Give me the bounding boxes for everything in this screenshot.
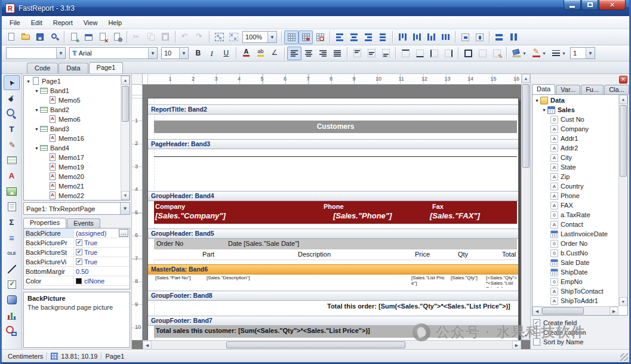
- scroll-down-icon[interactable]: ▼: [619, 297, 627, 306]
- align-left-button[interactable]: [287, 47, 301, 60]
- horizontal-ruler[interactable]: 12345678910111213141516: [143, 74, 521, 85]
- new-report-page-button[interactable]: [67, 30, 81, 44]
- underline-button[interactable]: [219, 47, 233, 60]
- report-title-memo[interactable]: Customers: [154, 121, 517, 133]
- chevron-down-icon[interactable]: ▼: [148, 48, 157, 58]
- tree-node-band3[interactable]: ▼Band3: [24, 124, 121, 134]
- scroll-up-icon[interactable]: ▲: [522, 74, 530, 83]
- tree-node-page1[interactable]: ▼Page1: [24, 76, 121, 86]
- report-tree-scrollbar[interactable]: ▲ ▼: [121, 76, 130, 200]
- align-vertical-centers-button[interactable]: [410, 30, 424, 44]
- chart-object-button[interactable]: [4, 308, 20, 323]
- align-right-button[interactable]: [316, 47, 330, 60]
- new-report-button[interactable]: [4, 30, 19, 44]
- align-right-edges-button[interactable]: [361, 30, 375, 44]
- menu-file[interactable]: File: [4, 17, 26, 28]
- customer-total-memo[interactable]: Total sales this customer: [Sum(<Sales."…: [154, 326, 517, 338]
- center-horizontally-button[interactable]: [458, 30, 472, 44]
- frame-top-button[interactable]: [398, 47, 413, 60]
- tab-events[interactable]: Events: [67, 218, 100, 228]
- close-data-panel-button[interactable]: ✕: [619, 76, 627, 84]
- save-report-button[interactable]: [33, 30, 47, 44]
- scrollbar-thumb[interactable]: [522, 84, 530, 168]
- frame-color-button[interactable]: ▼: [529, 47, 549, 60]
- scrollbar-thumb[interactable]: [122, 86, 129, 122]
- expand-icon[interactable]: ▼: [534, 98, 540, 103]
- band-header-reporttitle[interactable]: ReportTitle: Band2: [148, 104, 518, 115]
- scroll-down-icon[interactable]: ▼: [121, 191, 130, 200]
- tree-node-memo17[interactable]: Memo17: [24, 153, 121, 162]
- tab-data[interactable]: Data: [59, 63, 88, 73]
- tree-node-memo5[interactable]: Memo5: [24, 95, 121, 105]
- same-width-button[interactable]: [492, 30, 506, 44]
- space-horizontally-button[interactable]: [375, 30, 390, 44]
- tab-code[interactable]: Code: [27, 63, 58, 73]
- frame-bottom-button[interactable]: [413, 47, 427, 60]
- vertical-ruler[interactable]: 12345678910: [132, 85, 143, 340]
- align-center-button[interactable]: [301, 47, 316, 60]
- design-viewport[interactable]: ReportTitle: Band2 Customers PageHeader:…: [143, 85, 521, 340]
- tree-node-band4[interactable]: ▼Band4: [24, 143, 121, 153]
- data-field-zip[interactable]: Zip: [532, 172, 618, 181]
- align-top-edges-button[interactable]: [395, 30, 410, 44]
- data-field-lastinvoicedate[interactable]: LastInvoiceDate: [532, 229, 618, 239]
- scrollbar-thumb[interactable]: [620, 105, 627, 177]
- menu-help[interactable]: Help: [103, 17, 127, 28]
- order-header-memo[interactable]: Order NoDate [Sales."Sale Date"]: [154, 239, 517, 249]
- tree-node-memo22[interactable]: Memo22: [24, 191, 121, 200]
- data-field-phone[interactable]: Phone: [532, 191, 618, 200]
- data-field-fax[interactable]: FAX: [532, 200, 618, 210]
- property-row-backpicturepr[interactable]: BackPicturePr✔True: [24, 238, 130, 248]
- format-painter-button[interactable]: [4, 137, 20, 152]
- align-top-button[interactable]: [350, 47, 364, 60]
- tree-node-band1[interactable]: ▼Band1: [24, 86, 121, 95]
- design-vertical-scrollbar[interactable]: ▲ ▼: [521, 74, 530, 340]
- data-field-cust-no[interactable]: Cust No: [532, 115, 618, 124]
- zoom-tool-button[interactable]: [4, 106, 20, 121]
- data-field-state[interactable]: State: [532, 162, 618, 172]
- gradient-object-button[interactable]: [4, 292, 20, 307]
- data-field-addr1[interactable]: Addr1: [532, 134, 618, 143]
- tree-node-memo16[interactable]: Memo16: [24, 134, 121, 143]
- tree-node-band2[interactable]: ▼Band2: [24, 105, 121, 115]
- fit-to-grid-button[interactable]: [313, 30, 327, 44]
- band4-column-value[interactable]: [Sales."FAX"]: [430, 211, 480, 220]
- align-left-edges-button[interactable]: [333, 30, 347, 44]
- data-field-contact[interactable]: Contact: [532, 220, 618, 229]
- group-header4-memos[interactable]: Company[Sales."Company"]Phone[Sales."Pho…: [154, 201, 517, 224]
- scroll-right-icon[interactable]: ▶: [610, 307, 618, 316]
- chevron-down-icon[interactable]: ▼: [267, 32, 276, 42]
- master-data-field[interactable]: [Sales."Qty"]: [451, 275, 479, 288]
- master-data-field[interactable]: [Sales."List Price"]: [411, 275, 447, 288]
- subreport-object-button[interactable]: [4, 199, 20, 214]
- property-row-bottommargir[interactable]: BottomMargir0.50: [24, 267, 130, 276]
- design-horizontal-scrollbar[interactable]: ◀ ▶: [143, 340, 521, 349]
- expand-icon[interactable]: ▼: [33, 89, 40, 93]
- data-field-shiptocontact[interactable]: ShipToContact: [532, 286, 618, 296]
- report-page[interactable]: ReportTitle: Band2 Customers PageHeader:…: [147, 98, 519, 340]
- frame-all-button[interactable]: [461, 47, 475, 60]
- chevron-down-icon[interactable]: ▼: [56, 48, 65, 58]
- ellipsis-button[interactable]: …: [119, 229, 128, 237]
- band-header-masterdata[interactable]: MasterData: Band6: [148, 264, 518, 274]
- band-header-groupheader4[interactable]: GroupHeader: Band4: [148, 191, 518, 201]
- data-tree-root[interactable]: ▼Data: [532, 95, 618, 105]
- tree-node-memo6[interactable]: Memo6: [24, 115, 121, 124]
- line-object-button[interactable]: [4, 261, 20, 276]
- tab-fu[interactable]: Fu...: [581, 85, 604, 94]
- frame-style-button[interactable]: ▼: [549, 47, 568, 60]
- checkbox-icon[interactable]: ✔: [76, 239, 82, 246]
- band4-column-value[interactable]: [Sales."Phone"]: [333, 211, 392, 220]
- font-name-select[interactable]: TArial▼: [69, 47, 158, 59]
- expand-icon[interactable]: ▼: [33, 127, 40, 131]
- property-row-backpicture[interactable]: BackPicture(assigned)…: [24, 229, 130, 238]
- band-header-pageheader[interactable]: PageHeader: Band3: [148, 139, 518, 149]
- italic-button[interactable]: [205, 47, 219, 60]
- same-height-button[interactable]: [506, 30, 521, 44]
- option-create-caption[interactable]: Create caption: [533, 328, 627, 337]
- checkbox-icon[interactable]: ✔: [76, 249, 82, 255]
- resize-grip[interactable]: [620, 353, 628, 361]
- new-dialog-page-button[interactable]: [81, 30, 96, 44]
- band-header-groupfooter7[interactable]: GroupFooter: Band7: [148, 316, 518, 326]
- highlight-button[interactable]: [253, 47, 267, 60]
